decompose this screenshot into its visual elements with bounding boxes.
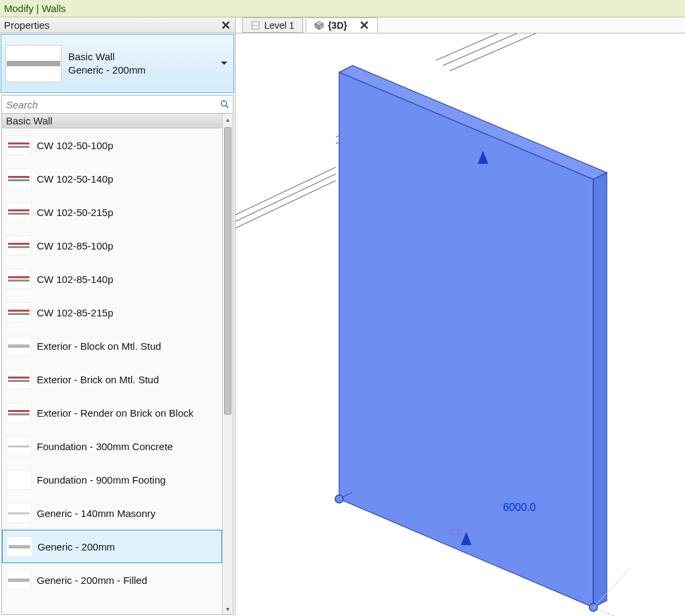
type-item-label: CW 102-50-215p [37,207,113,218]
type-item-label: Foundation - 300mm Concrete [37,441,173,452]
type-selector-type: Generic - 200mm [68,64,146,77]
svg-line-1 [226,106,229,108]
chevron-down-icon [220,58,228,70]
type-item[interactable]: CW 102-50-100p [2,128,222,162]
view-tabs: Level 1{3D}✕ [235,17,685,33]
grip-start[interactable] [335,495,343,503]
type-selector-family: Basic Wall [68,50,146,64]
svg-marker-16 [593,173,607,607]
type-item[interactable]: Generic - 200mm [2,530,222,563]
type-item-label: CW 102-50-140p [37,173,113,185]
plan-icon [251,21,260,30]
type-item[interactable]: Exterior - Render on Brick on Block [2,396,222,429]
svg-line-22 [593,607,644,616]
type-list: Basic Wall CW 102-50-100pCW 102-50-140pC… [2,114,222,614]
type-group-header: Basic Wall [2,114,222,128]
type-item[interactable]: CW 102-50-140p [2,162,222,195]
properties-header: Properties ✕ [0,17,235,33]
type-item[interactable]: Foundation - 300mm Concrete [2,429,222,463]
ribbon-title-text: Modify | Walls [4,3,66,14]
type-item[interactable]: CW 102-85-140p [2,262,222,296]
tab-close-button[interactable]: ✕ [359,18,369,33]
view-tab-active[interactable]: {3D}✕ [306,17,378,33]
type-search-row [1,95,233,114]
viewport-svg [235,33,685,616]
type-item-label: CW 102-85-140p [37,274,113,285]
search-icon[interactable] [217,100,233,109]
type-selector-dropdown[interactable]: Basic Wall Generic - 200mm [1,34,234,93]
ribbon-title-bar: Modify | Walls [0,0,685,17]
type-item-label: CW 102-50-100p [37,140,113,151]
scroll-down-icon[interactable]: ▾ [223,603,233,614]
svg-line-9 [450,33,603,71]
type-item-label: Generic - 200mm [37,541,115,552]
type-item-label: Generic - 140mm Masonry [37,508,156,519]
type-search-input[interactable] [2,96,217,113]
view-tab-label: Level 1 [264,20,294,31]
scroll-up-icon[interactable]: ▴ [223,114,233,124]
type-item[interactable]: Exterior - Brick on Mtl. Stud [2,363,222,396]
type-selector-swatch [5,45,62,82]
type-item-label: Generic - 200mm - Filled [37,575,147,586]
type-item[interactable]: Foundation - 900mm Footing [2,463,222,496]
view-tab-label: {3D} [328,20,347,31]
type-item[interactable]: CW 102-85-100p [2,229,222,262]
svg-line-7 [436,33,590,60]
type-item-label: Exterior - Brick on Mtl. Stud [37,374,159,385]
properties-panel: Properties ✕ Basic Wall Generic - 200mm [0,17,235,616]
type-item-label: Foundation - 900mm Footing [37,474,166,486]
type-item-label: CW 102-85-215p [37,307,113,318]
properties-close-button[interactable]: ✕ [221,18,231,33]
type-item[interactable]: Exterior - Block on Mtl. Stud [2,329,222,363]
svg-point-0 [221,101,227,106]
view-tab[interactable]: Level 1 [242,17,303,33]
type-item[interactable]: Generic - 140mm Masonry [2,496,222,530]
type-item-label: Exterior - Block on Mtl. Stud [37,340,161,352]
cube-icon [314,21,324,30]
dimension-label[interactable]: 6000.0 [503,502,536,514]
scroll-thumb[interactable] [224,127,231,415]
type-item-label: CW 102-85-100p [37,240,113,251]
type-list-scrollbar[interactable]: ▴ ▾ [222,114,233,614]
type-item[interactable]: Generic - 200mm - Filled [2,563,222,597]
type-item[interactable]: CW 102-85-215p [2,296,222,329]
type-item[interactable]: CW 102-50-215p [2,195,222,229]
properties-title: Properties [4,19,50,31]
svg-line-10 [235,181,336,241]
svg-line-8 [443,33,597,66]
type-item-label: Exterior - Render on Brick on Block [37,407,193,419]
viewport-3d[interactable]: 6000.0 [235,33,685,616]
